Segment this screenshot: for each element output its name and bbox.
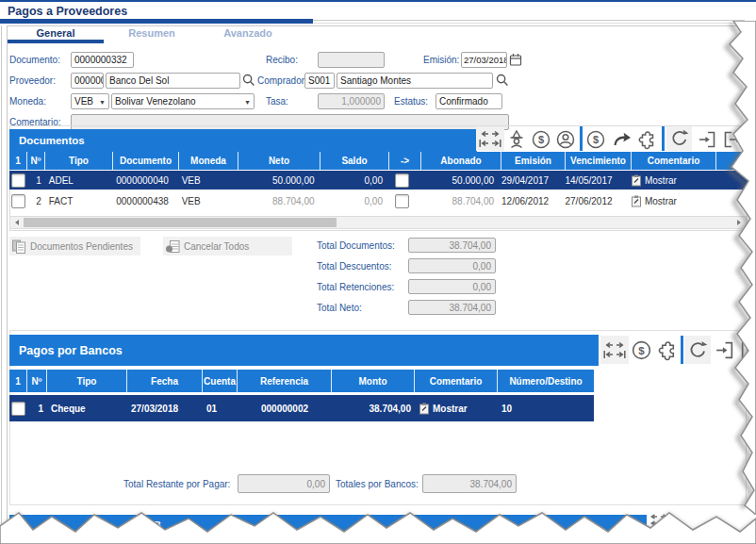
comprador-search-icon[interactable] xyxy=(496,74,509,87)
cell-moneda: VEB xyxy=(178,192,238,210)
column-header[interactable]: Nº xyxy=(27,152,45,170)
column-header[interactable]: Moneda xyxy=(179,152,238,170)
comprador-code-field[interactable]: S001 xyxy=(304,73,335,89)
door-out-icon[interactable] xyxy=(722,129,743,150)
column-header[interactable]: Nº xyxy=(27,370,47,392)
toolbar-separator xyxy=(580,126,583,151)
tab-avanzado[interactable]: Avanzado xyxy=(200,27,296,41)
cell-comentario[interactable]: Mostrar xyxy=(627,192,711,210)
column-header[interactable]: Neto xyxy=(238,152,320,170)
cell-referencia: 000000002 xyxy=(238,395,332,421)
proveedor-search-icon[interactable] xyxy=(242,74,255,87)
proveedor-name-field[interactable]: Banco Del Sol xyxy=(106,73,240,89)
moneda-name-select[interactable]: Bolivar Venezolano ▼ xyxy=(111,93,255,109)
door-in-icon[interactable] xyxy=(697,129,717,150)
cell-tipo: FACT xyxy=(45,192,112,210)
scroll-left-arrow[interactable] xyxy=(11,218,23,227)
recibo-field xyxy=(318,52,385,68)
dollar-circle-icon[interactable]: $ xyxy=(631,339,652,361)
svg-text:$: $ xyxy=(638,345,645,356)
row-select-checkbox[interactable] xyxy=(11,194,25,208)
cell-n: 2 xyxy=(27,192,45,210)
horizontal-scrollbar[interactable] xyxy=(9,216,747,229)
column-header[interactable]: Abonado xyxy=(421,152,501,170)
cell-abonado: 88.704,00 xyxy=(419,192,498,210)
totales-bancos-label: Totales por Bancos: xyxy=(336,479,419,489)
cell-comentario[interactable]: Mostrar xyxy=(415,395,498,421)
column-header[interactable]: Tipo xyxy=(47,370,127,392)
cell-emision: 29/04/2017 xyxy=(498,171,561,190)
column-header[interactable]: Referencia xyxy=(238,370,332,392)
proveedor-code-field[interactable]: 0000001 xyxy=(71,73,104,89)
table-row[interactable]: 2 FACT 0000000438 VEB 88.704,00 0,00 88.… xyxy=(9,192,748,210)
table-row[interactable]: 1 ADEL 0000000040 VEB 50.000,00 0,00 50.… xyxy=(9,171,748,190)
pagos-section-title: Pagos por Bancos xyxy=(19,344,123,357)
chevron-down-icon: ▼ xyxy=(244,97,251,108)
resize-columns-button[interactable] xyxy=(476,126,504,151)
page-title: Pagos a Proveedores xyxy=(8,5,127,18)
cell-vencimiento: 27/06/2012 xyxy=(562,192,627,210)
refresh-button[interactable] xyxy=(666,126,692,151)
cell-monto: 38.704,00 xyxy=(332,395,415,421)
chevron-down-icon: ▼ xyxy=(99,97,106,108)
resize-columns-button[interactable] xyxy=(600,336,629,364)
table-row[interactable]: 1 Cheque 27/03/2018 01 000000002 38.704,… xyxy=(9,395,594,421)
column-header[interactable]: Comentario xyxy=(415,370,498,392)
proveedor-label: Proveedor: xyxy=(9,75,56,86)
container-border-outer xyxy=(1,25,2,539)
documentos-pendientes-button[interactable]: Documentos Pendientes xyxy=(9,237,140,256)
tab-resumen[interactable]: Resumen xyxy=(104,27,200,41)
dollar-circle-icon[interactable]: $ xyxy=(531,129,551,150)
comentario-link: Mostrar xyxy=(645,196,677,206)
redo-arrow-icon[interactable] xyxy=(611,129,632,150)
emision-field[interactable]: 27/03/2018 xyxy=(461,52,507,68)
puzzle-icon[interactable] xyxy=(636,129,657,150)
column-header[interactable]: Número/Destino xyxy=(498,370,594,392)
calendar-icon[interactable] xyxy=(509,53,522,67)
total-documentos-value: 38.704,00 xyxy=(408,238,496,253)
row-select-checkbox[interactable] xyxy=(11,402,25,416)
column-header[interactable]: Monto xyxy=(332,370,415,392)
title-underline xyxy=(0,19,313,24)
cancel-documents-icon xyxy=(165,239,181,255)
pagos-header-row: 1 Nº Tipo Fecha Cuenta Referencia Monto … xyxy=(9,370,594,392)
dollar-circle-icon[interactable]: $ xyxy=(585,129,606,150)
column-header[interactable]: -> xyxy=(389,152,421,170)
puzzle-icon[interactable] xyxy=(656,339,678,361)
title-rule xyxy=(313,20,745,21)
column-header[interactable]: Cuenta xyxy=(203,370,238,392)
wizard-icon[interactable] xyxy=(506,129,527,150)
column-header[interactable]: Fecha xyxy=(127,370,203,392)
column-header[interactable]: Documento xyxy=(113,152,179,170)
column-header[interactable]: 1 xyxy=(9,370,27,392)
documento-field[interactable]: 0000000332 xyxy=(71,52,134,68)
door-out-icon[interactable] xyxy=(739,339,756,361)
cell-saldo: 0,00 xyxy=(319,171,386,190)
documentos-section-bar: Documentos xyxy=(9,129,477,152)
apply-checkbox[interactable] xyxy=(395,194,409,208)
total-documentos-label: Total Documentos: xyxy=(317,240,395,251)
cell-neto: 88.704,00 xyxy=(237,192,318,210)
cell-vencimiento: 14/05/2017 xyxy=(562,171,627,190)
column-header[interactable]: 1 xyxy=(9,152,27,170)
door-in-icon[interactable] xyxy=(714,339,735,361)
totales-bancos-value: 38.704,00 xyxy=(422,474,517,493)
comprador-name-field[interactable]: Santiago Montes xyxy=(337,73,493,89)
cell-comentario[interactable]: Mostrar xyxy=(627,171,711,190)
torn-section-bar: de VLB xyxy=(9,515,647,539)
moneda-code-select[interactable]: VEB ▼ xyxy=(71,93,109,109)
apply-checkbox[interactable] xyxy=(395,173,409,188)
documento-label: Documento: xyxy=(9,55,60,65)
scroll-right-arrow[interactable] xyxy=(733,218,745,227)
scroll-thumb[interactable] xyxy=(24,218,337,227)
column-header[interactable]: Saldo xyxy=(320,152,389,170)
column-header[interactable]: Vencimiento xyxy=(566,152,632,170)
column-header[interactable]: Comentario xyxy=(632,152,716,170)
refresh-button[interactable] xyxy=(684,336,711,364)
cell-tipo: Cheque xyxy=(47,395,127,421)
person-circle-icon[interactable] xyxy=(555,129,576,150)
row-select-checkbox[interactable] xyxy=(11,173,25,188)
column-header[interactable]: Emisión xyxy=(501,152,566,170)
column-header[interactable]: Tipo xyxy=(45,152,113,170)
cancelar-todos-button[interactable]: Cancelar Todos xyxy=(163,237,292,256)
